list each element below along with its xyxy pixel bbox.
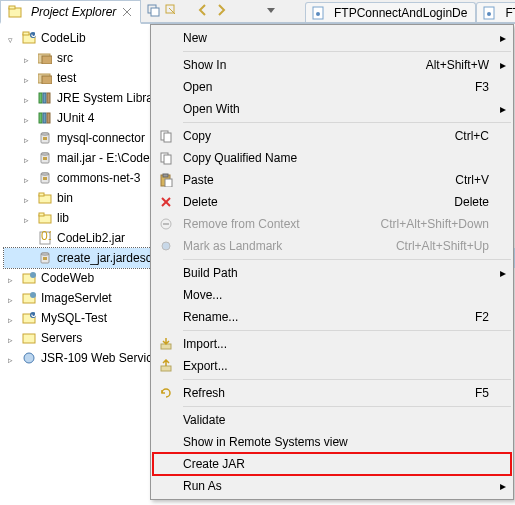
editor-tab-ftp[interactable]: FTP — [476, 2, 515, 22]
copy-icon — [153, 151, 179, 165]
expand-icon[interactable] — [24, 213, 35, 224]
menu-item-remove-context: Remove from Context Ctrl+Alt+Shift+Down — [153, 213, 511, 235]
source-folder-icon — [37, 50, 53, 66]
svg-point-29 — [41, 153, 49, 155]
menu-separator — [183, 259, 511, 260]
java-file-icon — [310, 5, 326, 21]
expand-icon[interactable] — [8, 313, 19, 324]
library-icon — [37, 110, 53, 126]
menu-item-create-jar[interactable]: Create JAR — [153, 453, 511, 475]
menu-separator — [183, 51, 511, 52]
expand-icon[interactable] — [8, 333, 19, 344]
menu-item-build-path[interactable]: Build Path ▸ — [153, 262, 511, 284]
menu-item-show-in[interactable]: Show In Alt+Shift+W ▸ — [153, 54, 511, 76]
menu-item-new[interactable]: New ▸ — [153, 27, 511, 49]
explorer-toolbar — [145, 2, 279, 18]
tree-label: commons-net-3 — [57, 168, 140, 188]
svg-point-8 — [316, 12, 320, 16]
expand-icon[interactable] — [24, 53, 35, 64]
tree-label: lib — [57, 208, 69, 228]
svg-rect-42 — [43, 257, 47, 260]
tree-label: CodeLib — [41, 28, 86, 48]
svg-rect-18 — [42, 76, 52, 84]
expand-icon[interactable] — [24, 133, 35, 144]
expand-icon[interactable] — [8, 293, 19, 304]
expand-icon[interactable] — [24, 153, 35, 164]
view-menu-icon[interactable] — [263, 2, 279, 18]
menu-item-copy-qualified-name[interactable]: Copy Qualified Name — [153, 147, 511, 169]
project-icon — [21, 290, 37, 306]
svg-point-10 — [487, 12, 491, 16]
menu-item-validate[interactable]: Validate — [153, 409, 511, 431]
expand-icon[interactable] — [8, 353, 19, 364]
paste-icon — [153, 173, 179, 187]
menu-item-move[interactable]: Move... — [153, 284, 511, 306]
folder-icon — [37, 190, 53, 206]
landmark-icon — [153, 239, 179, 253]
menu-item-rename[interactable]: Rename... F2 — [153, 306, 511, 328]
svg-rect-57 — [163, 174, 168, 177]
jar-icon — [37, 150, 53, 166]
svg-rect-23 — [43, 113, 46, 123]
menu-item-import[interactable]: Import... — [153, 333, 511, 355]
folder-icon — [37, 210, 53, 226]
tree-label: create_jar.jardesc — [57, 248, 152, 268]
expand-icon[interactable] — [24, 93, 35, 104]
tree-label: mysql-connector — [57, 128, 145, 148]
submenu-arrow-icon: ▸ — [495, 266, 511, 280]
submenu-arrow-icon: ▸ — [495, 479, 511, 493]
menu-item-refresh[interactable]: Refresh F5 — [153, 382, 511, 404]
tree-label: test — [57, 68, 76, 88]
menu-item-run-as[interactable]: Run As ▸ — [153, 475, 511, 497]
svg-text:J: J — [31, 311, 36, 320]
expand-icon[interactable] — [8, 33, 19, 44]
svg-text:J: J — [31, 31, 36, 40]
menu-item-export[interactable]: Export... — [153, 355, 511, 377]
delete-icon — [153, 195, 179, 209]
jardesc-icon — [37, 250, 53, 266]
svg-point-41 — [41, 253, 49, 255]
java-file-icon — [481, 5, 497, 21]
editor-tabbar: FTPConnectAndLoginDe FTP — [305, 0, 515, 24]
editor-tab-ftpconnect[interactable]: FTPConnectAndLoginDe — [305, 2, 476, 22]
import-icon — [153, 337, 179, 351]
svg-rect-33 — [43, 177, 47, 180]
forward-icon[interactable] — [213, 2, 229, 18]
back-icon[interactable] — [195, 2, 211, 18]
svg-rect-55 — [164, 155, 171, 164]
svg-rect-21 — [47, 93, 50, 103]
tree-label: src — [57, 48, 73, 68]
collapse-all-icon[interactable] — [145, 2, 161, 18]
menu-item-delete[interactable]: Delete Delete — [153, 191, 511, 213]
menu-item-open[interactable]: Open F3 — [153, 76, 511, 98]
svg-rect-5 — [151, 8, 159, 16]
svg-rect-35 — [39, 193, 44, 196]
project-icon — [21, 270, 37, 286]
project-explorer-tab[interactable]: Project Explorer — [0, 0, 141, 24]
menu-item-copy[interactable]: Copy Ctrl+C — [153, 125, 511, 147]
source-folder-icon — [37, 70, 53, 86]
menu-item-paste[interactable]: Paste Ctrl+V — [153, 169, 511, 191]
svg-rect-1 — [9, 6, 15, 9]
pin-icon[interactable] — [120, 4, 134, 20]
menu-item-show-remote[interactable]: Show in Remote Systems view — [153, 431, 511, 453]
svg-point-26 — [41, 133, 49, 135]
svg-rect-53 — [164, 133, 171, 142]
tree-label: CodeWeb — [41, 268, 94, 288]
webservice-icon — [21, 350, 37, 366]
expand-icon[interactable] — [24, 173, 35, 184]
menu-item-open-with[interactable]: Open With ▸ — [153, 98, 511, 120]
svg-rect-20 — [43, 93, 46, 103]
expand-icon[interactable] — [24, 193, 35, 204]
editor-tab-label-2: FTP — [505, 6, 515, 20]
expand-icon[interactable] — [8, 273, 19, 284]
refresh-icon — [153, 386, 179, 400]
jar-icon — [37, 170, 53, 186]
link-editor-icon[interactable] — [163, 2, 179, 18]
project-icon: J — [21, 30, 37, 46]
expand-icon[interactable] — [24, 73, 35, 84]
editor-tab-label-1: FTPConnectAndLoginDe — [334, 6, 467, 20]
svg-text:010: 010 — [41, 231, 51, 243]
expand-icon[interactable] — [24, 113, 35, 124]
svg-rect-22 — [39, 113, 42, 123]
